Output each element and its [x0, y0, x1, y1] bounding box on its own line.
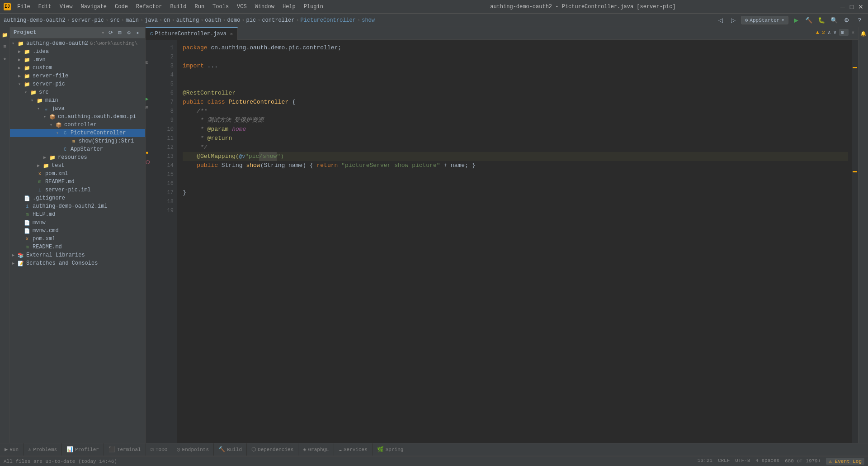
- menu-window[interactable]: Window: [251, 3, 278, 11]
- bottom-tab-dependencies[interactable]: ⬡ Dependencies: [247, 443, 298, 456]
- build-button[interactable]: 🔨: [804, 15, 814, 25]
- maximize-button[interactable]: □: [848, 3, 855, 10]
- menu-code[interactable]: Code: [111, 3, 132, 11]
- tree-item-gitignore[interactable]: ▶ 📄 .gitignore: [10, 194, 145, 202]
- code-content[interactable]: package cn.authing.oauth.demo.pic.contro…: [177, 40, 852, 443]
- menu-help[interactable]: Help: [279, 3, 299, 11]
- menu-view[interactable]: View: [56, 3, 76, 11]
- status-encoding[interactable]: UTF-8: [735, 458, 750, 465]
- menu-run[interactable]: Run: [191, 3, 208, 11]
- menu-vcs[interactable]: VCS: [233, 3, 250, 11]
- bottom-tab-terminal[interactable]: ⬛ Terminal: [104, 443, 146, 456]
- breadcrumb-controller[interactable]: controller: [262, 17, 294, 24]
- bottom-tab-build[interactable]: 🔨 Build: [214, 443, 247, 456]
- status-indent[interactable]: 4 spaces: [755, 458, 779, 465]
- collapse-icon[interactable]: ⊟: [116, 29, 123, 36]
- status-line-col[interactable]: 13:21: [698, 458, 712, 465]
- close-editor-button[interactable]: ✕: [851, 29, 854, 35]
- breadcrumb-authing[interactable]: authing: [176, 17, 199, 24]
- collapse-button[interactable]: ∧: [828, 29, 831, 35]
- tree-item-iml[interactable]: ▶ i server-pic.iml: [10, 186, 145, 194]
- expand-button[interactable]: ∨: [834, 29, 837, 35]
- tree-item-server-file[interactable]: ▶ 📁 server-file: [10, 72, 145, 80]
- tree-item-main[interactable]: ▾ 📁 main: [10, 96, 145, 105]
- notification-icon[interactable]: 🔔: [859, 31, 868, 39]
- tree-item-idea[interactable]: ▶ 📁 .idea: [10, 48, 145, 56]
- sync-icon[interactable]: ⟳: [107, 29, 114, 36]
- close-button[interactable]: ✕: [857, 3, 864, 10]
- help-button[interactable]: ?: [854, 15, 864, 25]
- bottom-tab-spring[interactable]: 🌿 Spring: [373, 443, 409, 456]
- tree-item-mvn[interactable]: ▶ 📁 .mvn: [10, 56, 145, 64]
- tree-item-authing-iml[interactable]: ▶ i authing-demo-oauth2.iml: [10, 202, 145, 210]
- back-button[interactable]: ◁: [716, 15, 726, 25]
- more-button[interactable]: m̲: [839, 29, 849, 36]
- debug-button[interactable]: 🐛: [816, 15, 826, 25]
- breadcrumb-src[interactable]: src: [110, 17, 120, 24]
- tree-item-readme-server[interactable]: ▶ m README.md: [10, 178, 145, 186]
- minimize-button[interactable]: ─: [839, 3, 846, 10]
- tree-item-mvnw[interactable]: ▶ 📄 mvnw: [10, 219, 145, 227]
- tab-close-button[interactable]: ✕: [230, 31, 233, 37]
- tree-item-controller[interactable]: ▾ 📦 controller: [10, 121, 145, 129]
- tree-item-pom[interactable]: ▶ x pom.xml: [10, 235, 145, 243]
- project-icon[interactable]: 📁: [1, 31, 9, 39]
- search-button[interactable]: 🔍: [829, 15, 839, 25]
- tree-item-java[interactable]: ▾ ☕ java: [10, 105, 145, 113]
- bottom-tab-run[interactable]: ▶ Run: [0, 443, 24, 456]
- tree-item-resources[interactable]: ▶ 📁 resources: [10, 153, 145, 162]
- status-crlf[interactable]: CRLF: [718, 458, 730, 465]
- fold-icon-8[interactable]: ⊟: [146, 105, 148, 110]
- fold-icon-3[interactable]: ⊞: [146, 60, 148, 65]
- bottom-tab-todo[interactable]: ☑ TODO: [146, 443, 173, 456]
- breadcrumb-oauth[interactable]: oauth: [205, 17, 221, 24]
- tree-item-src[interactable]: ▾ 📁 src: [10, 88, 145, 96]
- bottom-tab-services[interactable]: ☁ Services: [334, 443, 373, 456]
- breadcrumb-method[interactable]: show: [362, 17, 375, 24]
- tree-item-ext-libs[interactable]: ▶ 📚 External Libraries: [10, 251, 145, 259]
- menu-edit[interactable]: Edit: [35, 3, 55, 11]
- menu-plugin[interactable]: Plugin: [300, 3, 327, 11]
- tree-item-root[interactable]: ▾ 📁 authing-demo-oauth2 G:\work\authing\: [10, 39, 145, 48]
- menu-tools[interactable]: Tools: [209, 3, 232, 11]
- tree-item-picture-controller[interactable]: ▾ C PictureController: [10, 129, 145, 137]
- breadcrumb-cn[interactable]: cn: [164, 17, 170, 24]
- run-config-selector[interactable]: ⚙ AppStarter ▾: [741, 16, 788, 24]
- tree-item-server-pic[interactable]: ▾ 📁 server-pic: [10, 80, 145, 88]
- bottom-tab-profiler[interactable]: 📊 Profiler: [62, 443, 104, 456]
- run-icon-7[interactable]: ▶: [146, 96, 149, 102]
- settings-button[interactable]: ⚙: [842, 15, 852, 25]
- breadcrumb-pic[interactable]: pic: [246, 17, 256, 24]
- breadcrumb-main[interactable]: main: [126, 17, 139, 24]
- tree-item-scratches[interactable]: ▶ 📝 Scratches and Consoles: [10, 259, 145, 267]
- breadcrumb-project[interactable]: authing-demo-oauth2: [4, 17, 66, 24]
- tree-item-mvnw-cmd[interactable]: ▶ 📄 mvnw.cmd: [10, 227, 145, 235]
- structure-icon[interactable]: ≡: [1, 43, 9, 51]
- gear-icon[interactable]: ▸: [134, 29, 142, 36]
- favorites-icon[interactable]: ★: [1, 54, 9, 62]
- forward-button[interactable]: ▷: [728, 15, 738, 25]
- tree-item-show[interactable]: ▶ m show(String):Stri: [10, 137, 145, 145]
- breadcrumb-class[interactable]: PictureController: [301, 17, 356, 24]
- tree-item-test[interactable]: ▶ 📁 test: [10, 162, 145, 170]
- bottom-tab-graphql[interactable]: ◈ GraphQL: [298, 443, 334, 456]
- tree-item-appstarter[interactable]: ▶ C AppStarter: [10, 145, 145, 153]
- run-button[interactable]: ▶: [791, 15, 801, 25]
- menu-refactor[interactable]: Refactor: [132, 3, 166, 11]
- tree-item-readme[interactable]: ▶ m README.md: [10, 243, 145, 251]
- tree-item-pom-server[interactable]: ▶ x pom.xml: [10, 170, 145, 178]
- menu-file[interactable]: File: [14, 3, 34, 11]
- tree-item-pkg[interactable]: ▾ 📦 cn.authing.oauth.demo.pi: [10, 113, 145, 121]
- settings-icon[interactable]: ⚙: [125, 29, 132, 36]
- tree-item-help[interactable]: ▶ m HELP.md: [10, 210, 145, 219]
- editor-tab-picture-controller[interactable]: C PictureController.java ✕: [146, 27, 238, 40]
- menu-navigate[interactable]: Navigate: [77, 3, 110, 11]
- breadcrumb-module[interactable]: server-pic: [71, 17, 104, 24]
- event-log-button[interactable]: ⚠ Event Log: [826, 458, 864, 465]
- bottom-tab-problems[interactable]: ⚠ Problems: [24, 443, 62, 456]
- tree-item-custom[interactable]: ▶ 📁 custom: [10, 64, 145, 72]
- status-git[interactable]: 680 of 1979⬇: [785, 458, 821, 465]
- bottom-tab-endpoints[interactable]: ◎ Endpoints: [172, 443, 214, 456]
- menu-build[interactable]: Build: [166, 3, 190, 11]
- debug-icon-14[interactable]: ⬡: [146, 159, 150, 165]
